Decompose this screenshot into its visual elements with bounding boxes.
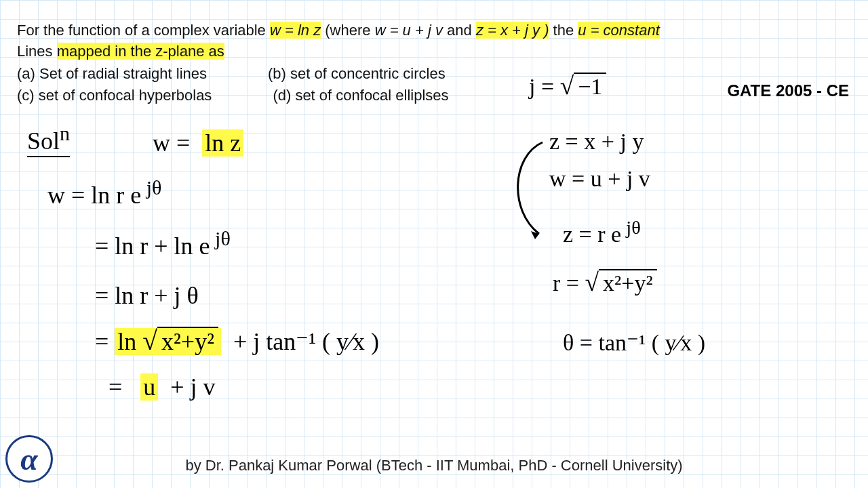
- eq5-sign: =: [95, 328, 108, 355]
- q-hl-zxy: z = x + j y ): [476, 22, 549, 39]
- q-hl-uconst: u = constant: [578, 22, 659, 39]
- q-hl-wlnz: w = ln z: [270, 22, 321, 39]
- line2: w = ln r e: [47, 182, 141, 209]
- eq6-u: u: [140, 373, 158, 401]
- lnz-hl: ln z: [202, 129, 243, 157]
- option-d: (d) set of confocal elliplses: [273, 85, 448, 106]
- eq-w-lnre: w = ln r e jθ: [47, 176, 162, 209]
- eq6-sign: =: [108, 373, 122, 401]
- line2-exp: jθ: [141, 176, 161, 199]
- q-hl-mapped: mapped in the z-plane as: [57, 43, 224, 60]
- w-eq: w =: [153, 129, 190, 157]
- options-row2: (c) set of confocal hyperbolas (d) set o…: [17, 85, 851, 106]
- options-row1: (a) Set of radial straight lines (b) set…: [17, 64, 851, 85]
- eq5-tan: + j tan⁻¹ ( y⁄x ): [233, 328, 379, 355]
- eq-ln-sqrt: = ln x²+y² + j tan⁻¹ ( y⁄x ): [95, 325, 379, 357]
- z-def: z = x + j y: [549, 129, 644, 155]
- q-text: the: [549, 22, 578, 39]
- sqrt-x2y2-r: x²+y²: [585, 268, 657, 297]
- eq6-jv: + j v: [170, 373, 215, 401]
- theta-def: θ = tan⁻¹ ( y⁄x ): [563, 329, 705, 356]
- eq-lnr-lne: = ln r + ln e jθ: [95, 227, 231, 260]
- option-b: (b) set of concentric circles: [268, 64, 446, 85]
- footer-credit: by Dr. Pankaj Kumar Porwal (BTech - IIT …: [0, 457, 868, 474]
- question-line2: Lines mapped in the z-plane as: [17, 41, 851, 62]
- option-a: (a) Set of radial straight lines: [17, 64, 207, 85]
- eq5-ln: ln: [117, 328, 142, 355]
- sqrt-x2y2: x²+y²: [142, 325, 218, 357]
- w-def: w = u + j v: [549, 166, 650, 192]
- q-text: and: [443, 22, 476, 39]
- q-text: Lines: [17, 43, 57, 60]
- alpha-logo: α: [5, 435, 53, 483]
- z-polar: z = r e jθ: [563, 217, 641, 247]
- option-c: (c) set of confocal hyperbolas: [17, 85, 212, 106]
- question-block: For the function of a complex variable w…: [0, 0, 868, 127]
- solution-label: Soln: [27, 122, 70, 155]
- r-def: r = x²+y²: [553, 268, 657, 297]
- eq-w-lnz: w = ln z: [153, 129, 243, 157]
- zpolar-text: z = r e: [563, 222, 621, 247]
- eq-lnr-jtheta: = ln r + j θ: [95, 281, 199, 310]
- eq-u-jv: = u + j v: [108, 373, 216, 401]
- q-text: For the function of a complex variable: [17, 22, 270, 39]
- line3a: = ln r + ln e: [95, 232, 210, 260]
- q-ital: w = u + j v: [375, 22, 443, 39]
- q-text: (where: [321, 22, 374, 39]
- zpolar-exp: jθ: [621, 217, 641, 238]
- line3a-exp: jθ: [210, 227, 231, 249]
- curved-arrow-icon: [502, 136, 549, 244]
- question-line1: For the function of a complex variable w…: [17, 20, 851, 41]
- rdef-text: r =: [553, 270, 579, 296]
- soln-text: Sol: [27, 127, 60, 155]
